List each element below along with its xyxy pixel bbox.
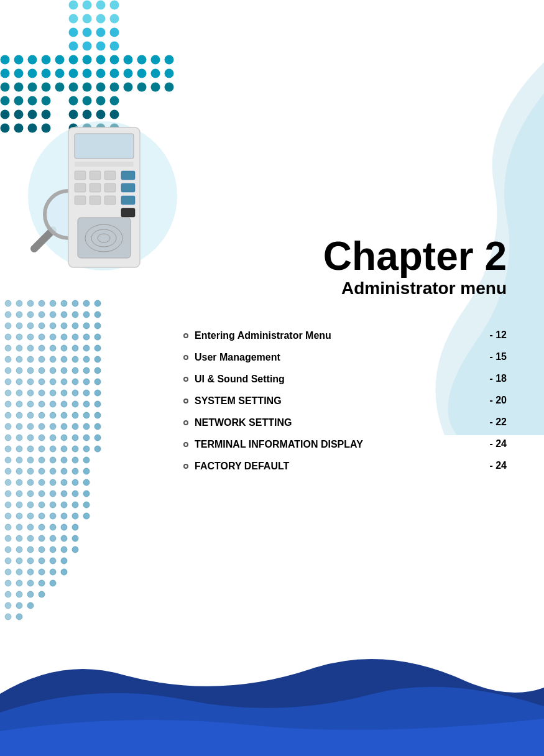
chapter-subtitle: Administrator menu [323, 279, 507, 298]
svg-rect-10 [75, 183, 86, 192]
svg-rect-6 [75, 171, 86, 180]
toc-label: FACTORY DEFAULT [195, 461, 289, 472]
toc-page: - 24 [489, 460, 507, 471]
toc-label: User Management [195, 352, 280, 363]
toc-item: TERMINAL INFORMATION DISPLAY - 24 [183, 438, 507, 450]
toc-label: TERMINAL INFORMATION DISPLAY [195, 439, 363, 450]
svg-rect-8 [104, 171, 116, 180]
toc-item: UI & Sound Setting - 18 [183, 373, 507, 385]
toc-page: - 18 [489, 373, 507, 384]
toc-label: UI & Sound Setting [195, 374, 285, 385]
toc-item-left: SYSTEM SETTING [183, 395, 282, 407]
toc-bullet [183, 464, 188, 469]
toc-item: Entering Administrator Menu - 12 [183, 330, 507, 341]
svg-rect-11 [90, 183, 101, 192]
svg-rect-18 [121, 208, 135, 217]
svg-rect-16 [104, 196, 116, 205]
device-keypad [62, 124, 146, 274]
toc-item-left: FACTORY DEFAULT [183, 461, 289, 472]
toc-page: - 20 [489, 395, 507, 406]
toc-label: SYSTEM SETTING [195, 395, 282, 407]
toc-page: - 24 [489, 438, 507, 449]
toc-item: SYSTEM SETTING - 20 [183, 395, 507, 407]
toc-bullet [183, 333, 188, 338]
toc-label: NETWORK SETTING [195, 417, 292, 428]
toc-bullet [183, 442, 188, 447]
toc-page: - 15 [489, 351, 507, 362]
toc-bullet [183, 377, 188, 382]
svg-rect-9 [121, 171, 135, 180]
toc-item: User Management - 15 [183, 351, 507, 363]
toc-item-left: User Management [183, 352, 280, 363]
toc-bullet [183, 355, 188, 360]
toc-container: Entering Administrator Menu - 12 User Ma… [183, 330, 507, 482]
toc-item-left: UI & Sound Setting [183, 374, 285, 385]
svg-rect-17 [121, 196, 135, 205]
svg-rect-15 [90, 196, 101, 205]
svg-rect-13 [121, 183, 135, 192]
top-dot-grid [0, 0, 249, 143]
toc-item-left: TERMINAL INFORMATION DISPLAY [183, 439, 363, 450]
toc-page: - 12 [489, 330, 507, 341]
toc-item: NETWORK SETTING - 22 [183, 417, 507, 428]
chapter-heading: Chapter 2 Administrator menu [323, 236, 507, 298]
svg-rect-5 [75, 162, 134, 167]
toc-item-left: NETWORK SETTING [183, 417, 292, 428]
toc-item: FACTORY DEFAULT - 24 [183, 460, 507, 472]
toc-bullet [183, 399, 188, 403]
left-dot-pattern [3, 298, 183, 647]
toc-bullet [183, 420, 188, 425]
toc-page: - 22 [489, 417, 507, 428]
chapter-title: Chapter 2 [323, 236, 507, 276]
svg-rect-12 [104, 183, 116, 192]
svg-line-0 [34, 230, 53, 249]
svg-rect-7 [90, 171, 101, 180]
toc-label: Entering Administrator Menu [195, 330, 331, 341]
svg-rect-4 [75, 134, 134, 159]
svg-rect-14 [75, 196, 86, 205]
toc-item-left: Entering Administrator Menu [183, 330, 331, 341]
